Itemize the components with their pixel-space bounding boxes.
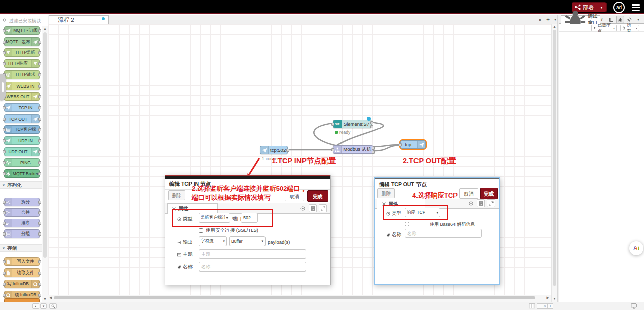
canvas-search-button[interactable]: [49, 303, 57, 309]
zoom-in-button[interactable]: +: [548, 303, 553, 309]
palette-node-拆分[interactable]: 拆分: [4, 198, 40, 206]
palette-node-UDP OUT[interactable]: UDP OUT: [4, 147, 40, 156]
ssl-checkbox[interactable]: [199, 228, 203, 233]
scroll-down-arrow[interactable]: ▼: [42, 297, 48, 302]
description-icon[interactable]: [309, 204, 317, 212]
palette-node-HTTP监听[interactable]: HTTP监听: [4, 48, 40, 57]
scroll-up-arrow[interactable]: ▲: [42, 26, 48, 31]
flow-canvas[interactable]: 编辑 TCP IN 节点 删除 取消 完成 2.选择监听客户端连接并监听502端…: [48, 24, 551, 295]
palette-collapse-up-button[interactable]: ▴: [32, 303, 39, 309]
palette-node-TCP IN[interactable]: TCP IN: [4, 103, 40, 112]
sidebar-collapse-caret[interactable]: ▾: [634, 16, 642, 23]
navigator-button[interactable]: [529, 303, 535, 309]
palette-node-UDP IN[interactable]: UDP IN: [4, 136, 40, 145]
output-type-select[interactable]: Buffer▾: [229, 236, 266, 246]
canvas-horizontal-scrollbar[interactable]: ◀ ▶: [48, 295, 551, 302]
debug-messages-icon[interactable]: [616, 16, 624, 23]
left-edge-handle[interactable]: [0, 74, 6, 100]
palette-node-MQTT - 发布[interactable]: MQTT - 发布: [4, 37, 40, 46]
palette-node-写入文件[interactable]: 写入文件: [4, 257, 40, 266]
topic-input[interactable]: [199, 249, 306, 259]
scroll-down-arrow[interactable]: ▼: [552, 296, 557, 301]
canvas-vertical-scrollbar[interactable]: ▲ ▼: [551, 24, 557, 302]
output-mode-select[interactable]: 字符流▾: [199, 236, 227, 246]
palette-node-WEBS OUT[interactable]: WEBS OUT: [4, 92, 40, 101]
scroll-left-arrow[interactable]: ◀: [49, 295, 52, 300]
zoom-out-button[interactable]: −: [537, 303, 542, 309]
scroll-up-arrow[interactable]: ▲: [552, 24, 557, 29]
horizontal-scroll-thumb[interactable]: [54, 296, 535, 299]
delete-button[interactable]: 删除: [377, 188, 395, 198]
type-select[interactable]: 响应 TCP▾: [405, 208, 440, 217]
filter-nodes-button[interactable]: 已选节点▾: [591, 25, 617, 31]
port-input[interactable]: [241, 213, 258, 223]
palette-node-label: TCP OUT: [5, 117, 31, 122]
user-avatar[interactable]: ad: [613, 2, 625, 13]
deploy-options-caret[interactable]: ▼: [597, 6, 603, 9]
node-input-port[interactable]: [399, 143, 402, 146]
tab-properties[interactable]: 属性: [167, 203, 218, 214]
palette-node-HTTP响应[interactable]: HTTP响应: [4, 59, 40, 68]
scroll-right-arrow[interactable]: ▶: [547, 295, 549, 300]
palette-node-partial[interactable]: [4, 298, 40, 302]
palette-category-序列化[interactable]: ∨序列化: [0, 181, 42, 189]
flow-node-tcp:502[interactable]: tcp:502: [260, 146, 288, 154]
main-menu-button[interactable]: [632, 4, 640, 11]
palette-node-排序[interactable]: 排序: [4, 219, 40, 227]
palette-node-分组[interactable]: 分组: [4, 229, 40, 238]
palette-node-读取文件[interactable]: 读取文件: [4, 268, 40, 277]
palette-node-WEBS IN[interactable]: WEBS IN: [4, 82, 40, 90]
flow-node-tcp:[interactable]: tcp:: [400, 140, 426, 149]
expand-icon[interactable]: [487, 199, 495, 207]
palette-node-写 InfluxDB[interactable]: 写 InfluxDB: [4, 280, 40, 288]
palette-node-MQTT - 订阅[interactable]: MQTT - 订阅: [4, 26, 40, 35]
palette-scroll-thumb[interactable]: [43, 32, 47, 258]
add-flow-button[interactable]: +: [546, 15, 550, 24]
palette-node-label: PING: [12, 160, 39, 165]
delete-button[interactable]: 删除: [168, 190, 185, 200]
node-output-port[interactable]: [286, 149, 289, 152]
flow-node-Modbus 从机[interactable]: Modbus 从机: [333, 145, 373, 154]
vertical-scroll-thumb[interactable]: [553, 30, 556, 286]
palette-category-存储[interactable]: ∨存储: [0, 244, 42, 252]
palette-search: [0, 15, 48, 26]
node-input-port[interactable]: [331, 148, 334, 151]
description-icon[interactable]: [477, 199, 485, 207]
palette-node-TCP OUT[interactable]: TCP OUT: [4, 114, 40, 123]
ai-assistant-button[interactable]: Ai: [629, 241, 643, 255]
tab-scroll-button[interactable]: ▸: [539, 15, 542, 24]
node-output-port[interactable]: [372, 151, 375, 154]
expand-icon[interactable]: [319, 204, 327, 212]
base64-checkbox[interactable]: [405, 222, 409, 226]
palette-search-input[interactable]: [9, 18, 44, 23]
flow-list-button[interactable]: ▾: [554, 15, 556, 24]
name-input[interactable]: [405, 229, 482, 238]
palette-node-TCP客户端[interactable]: TCP客户端: [4, 125, 40, 134]
tab-properties[interactable]: 属性: [377, 199, 425, 209]
palette-node-PING[interactable]: PING: [4, 158, 40, 167]
node-settings-icon[interactable]: [298, 204, 307, 212]
node-output-port[interactable]: [370, 125, 373, 128]
name-input[interactable]: [199, 262, 306, 272]
flow-node-Siemens:S7[interactable]: SIESiemens:S7: [333, 120, 372, 128]
palette-node-label: 拆分: [12, 199, 39, 205]
clear-messages-button[interactable]: 所有▾: [620, 25, 639, 31]
node-settings-icon[interactable]: [467, 199, 475, 207]
cancel-button[interactable]: 取消: [459, 188, 478, 199]
cancel-button[interactable]: 取消: [285, 191, 304, 201]
palette-node-合并[interactable]: 合并: [4, 208, 40, 217]
tab-flow-2[interactable]: 流程 2: [49, 15, 109, 24]
palette-node-HTTP请求[interactable]: HTTP请求: [4, 70, 40, 79]
zoom-reset-button[interactable]: ○: [542, 303, 548, 309]
node-output-port[interactable]: [372, 147, 375, 150]
event-log-monitor-button[interactable]: [631, 303, 637, 309]
node-output-port[interactable]: [370, 121, 373, 124]
node-input-port[interactable]: [331, 123, 334, 126]
type-select[interactable]: 监听客户端连接▾: [199, 213, 230, 223]
palette-node-MQTT Broker[interactable]: MQTT Broker: [4, 169, 40, 178]
palette-collapse-down-button[interactable]: ▾: [40, 303, 47, 309]
done-button[interactable]: 完成: [480, 188, 498, 199]
palette-scrollbar[interactable]: ▲ ▼: [42, 26, 48, 302]
tab-debug[interactable]: 调试窗口: [561, 15, 600, 24]
done-button[interactable]: 完成: [307, 190, 328, 202]
